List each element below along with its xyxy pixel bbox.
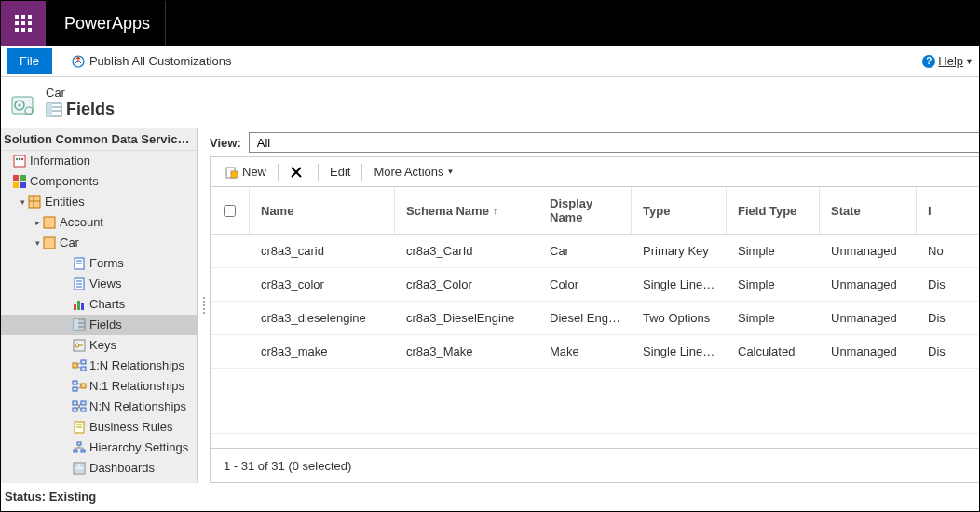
tree-item-forms[interactable]: Forms	[1, 253, 197, 274]
svg-rect-26	[29, 196, 40, 208]
cell-type: Primary Key	[632, 235, 727, 267]
help-icon: ?	[922, 55, 935, 68]
breadcrumb-entity: Car	[46, 86, 115, 100]
table-row[interactable]: cr8a3_color cr8a3_Color Color Single Lin…	[211, 268, 980, 302]
more-actions-button[interactable]: More Actions ▼	[368, 163, 459, 181]
col-header-type[interactable]: Type	[632, 187, 727, 234]
cell-customizable: No	[917, 235, 980, 267]
svg-line-51	[77, 362, 81, 365]
cell-state: Unmanaged	[820, 335, 917, 368]
tree-item-fields[interactable]: Fields	[1, 315, 197, 335]
main-grid-panel: View: All New Edit	[210, 128, 980, 483]
col-header-fieldtype[interactable]: Field Type	[727, 187, 820, 234]
svg-rect-69	[81, 450, 85, 452]
tree-item-dashboards[interactable]: Dashboards	[1, 458, 197, 478]
edit-button[interactable]: Edit	[324, 163, 356, 181]
row-checkbox[interactable]	[211, 302, 250, 334]
publish-all-button[interactable]: Publish All Customizations	[71, 54, 231, 69]
breadcrumb-page-title: Fields	[66, 100, 115, 119]
tree-item-label: 1:N Relationships	[89, 357, 184, 374]
tree-item-car[interactable]: ▾Car	[1, 233, 197, 253]
cell-fieldtype: Calculated	[727, 335, 820, 368]
tree-item-information[interactable]: Information	[1, 151, 197, 171]
svg-rect-67	[77, 442, 81, 445]
publish-all-label: Publish All Customizations	[89, 54, 231, 68]
col-header-display[interactable]: Display Name	[538, 187, 632, 234]
tree-item-charts[interactable]: Charts	[1, 294, 197, 315]
svg-rect-50	[81, 367, 86, 371]
svg-rect-60	[81, 401, 86, 405]
chevron-down-icon: ▼	[965, 57, 973, 66]
cell-fieldtype: Simple	[727, 268, 820, 301]
col-header-name[interactable]: Name	[250, 187, 395, 234]
svg-rect-29	[44, 217, 55, 228]
solution-explorer: Solution Common Data Services Defaul... …	[1, 128, 198, 483]
file-tab[interactable]: File	[7, 48, 52, 74]
svg-rect-30	[44, 237, 55, 249]
table-row[interactable]: cr8a3_make cr8a3_Make Make Single Line o…	[211, 335, 980, 369]
grid-body[interactable]: cr8a3_carid cr8a3_CarId Car Primary Key …	[211, 235, 980, 433]
tree[interactable]: InformationComponents▾Entities▸Account▾C…	[1, 151, 197, 483]
splitter-handle[interactable]	[198, 128, 210, 483]
svg-rect-38	[74, 304, 76, 310]
tree-item-hierarchy-settings[interactable]: Hierarchy Settings	[1, 438, 197, 458]
col-header-checkbox[interactable]	[211, 187, 250, 234]
svg-rect-75	[75, 464, 78, 467]
tree-item-n-n-relationships[interactable]: N:N Relationships	[1, 397, 197, 417]
tree-icon	[42, 236, 57, 250]
tree-item-option-sets[interactable]: Option Sets	[1, 478, 197, 483]
cell-name: cr8a3_dieselengine	[250, 302, 395, 334]
grid-header: Name Schema Name↑ Display Name Type Fiel…	[211, 187, 980, 235]
svg-point-20	[19, 158, 20, 160]
grid: Name Schema Name↑ Display Name Type Fiel…	[210, 186, 980, 449]
solution-title: Solution Common Data Services Defaul...	[1, 128, 197, 151]
tree-item-keys[interactable]: Keys	[1, 335, 197, 356]
table-row[interactable]: cr8a3_dieselengine cr8a3_DieselEngine Di…	[211, 302, 980, 335]
tree-item-views[interactable]: Views	[1, 274, 197, 294]
app-launcher-button[interactable]	[1, 1, 46, 46]
app-title: PowerApps	[46, 14, 150, 34]
status-bar: Status: Existing	[1, 483, 979, 509]
cell-name: cr8a3_make	[250, 335, 395, 368]
tree-icon	[72, 297, 87, 312]
help-button[interactable]: ? Help ▼	[922, 54, 973, 68]
tree-item-n-1-relationships[interactable]: N:1 Relationships	[1, 376, 197, 397]
new-icon	[225, 166, 238, 179]
svg-rect-55	[73, 387, 77, 391]
tree-icon	[72, 440, 87, 455]
col-header-schema[interactable]: Schema Name↑	[395, 187, 538, 234]
sort-asc-icon: ↑	[493, 205, 498, 216]
svg-rect-3	[15, 21, 19, 25]
svg-rect-48	[73, 363, 77, 368]
tree-item-business-rules[interactable]: Business Rules	[1, 417, 197, 438]
delete-button[interactable]	[284, 164, 312, 181]
cell-type: Two Options	[632, 302, 727, 334]
view-select[interactable]: All	[249, 132, 980, 153]
svg-rect-40	[81, 303, 84, 310]
tree-item-components[interactable]: Components	[1, 171, 197, 192]
tree-item-entities[interactable]: ▾Entities	[1, 192, 197, 212]
tree-item-label: Business Rules	[89, 419, 173, 436]
cell-state: Unmanaged	[820, 268, 917, 301]
table-row[interactable]: cr8a3_carid cr8a3_CarId Car Primary Key …	[211, 235, 980, 268]
row-checkbox[interactable]	[211, 235, 250, 267]
tree-icon	[72, 461, 87, 476]
tree-item-1-n-relationships[interactable]: 1:N Relationships	[1, 356, 197, 376]
svg-rect-59	[73, 408, 77, 411]
svg-point-19	[16, 158, 18, 160]
col-header-state[interactable]: State	[820, 187, 917, 234]
col-header-customizable[interactable]: I	[917, 187, 980, 234]
new-button[interactable]: New	[220, 163, 272, 181]
grid-hscroll[interactable]	[211, 433, 980, 448]
svg-line-57	[77, 386, 81, 389]
tree-item-label: N:N Relationships	[89, 398, 186, 415]
grid-footer: 1 - 31 of 31 (0 selected) ⏮ ◀ Page 1 ▶	[210, 449, 980, 483]
cell-customizable: Dis	[917, 335, 980, 368]
row-checkbox[interactable]	[211, 335, 250, 368]
svg-rect-77	[75, 469, 84, 473]
row-checkbox[interactable]	[211, 268, 250, 301]
tree-item-account[interactable]: ▸Account	[1, 212, 197, 233]
tree-item-label: Keys	[89, 337, 116, 354]
tree-icon	[12, 154, 27, 168]
expander-icon: ▸	[33, 214, 42, 231]
